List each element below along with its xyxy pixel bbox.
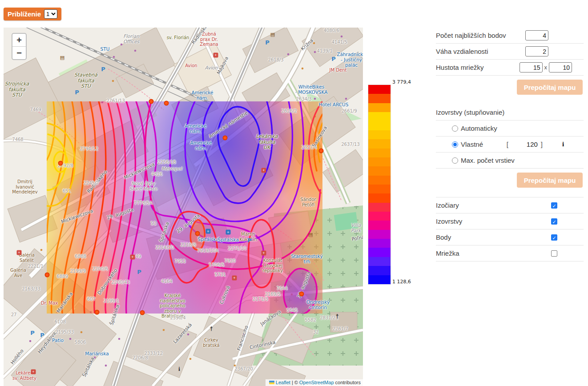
radio-row-max-po-et-vrstiev: Max. počet vrstiev [436, 153, 584, 169]
distance-weight-input[interactable] [525, 46, 548, 56]
map-label: 607 [87, 297, 95, 302]
checkbox-label: Izovrstvy [436, 217, 462, 225]
checkbox-mrie-ka[interactable] [551, 250, 557, 257]
map-label: Stavebná fakulta STU [74, 72, 97, 89]
map-label: Hotel ARCUS [319, 102, 349, 107]
map-label: 29. augusta [106, 207, 134, 221]
legend-band [368, 203, 391, 212]
radio-vlastn[interactable] [452, 141, 458, 148]
data-point-marker[interactable] [58, 161, 63, 166]
legend-max-label: 3 779,4 [392, 79, 411, 85]
legend-band [368, 103, 391, 112]
osm-link[interactable]: OpenStreetMap [299, 380, 334, 385]
map-label: 5731 [214, 272, 226, 277]
checkbox-izovrstvy[interactable]: ✓ [551, 218, 557, 225]
legend-band [368, 230, 391, 239]
map-canvas[interactable]: Stavebná fakulta STUStrojnícka fakulta S… [4, 28, 363, 386]
map-label: Florian Offices [123, 33, 139, 44]
legend-band [368, 139, 391, 148]
leaflet-link[interactable]: Leaflet [276, 380, 290, 385]
map-label: Heydukova [36, 330, 57, 354]
church-icon: † [209, 326, 213, 331]
nearest-points-input[interactable] [525, 30, 548, 40]
medical-icon: + [262, 251, 266, 256]
map-label: 2261/7 [332, 326, 348, 332]
book-icon: ▤ [270, 32, 275, 37]
settings-panel: Počet najbližších bodov Váha vzdialenost… [436, 28, 584, 261]
distance-weight-label: Váha vzdialenosti [436, 48, 488, 55]
map-label: 7644 [276, 286, 287, 291]
map-label: Patio [52, 338, 64, 343]
map-label: Ondrejský cintorín [306, 299, 330, 310]
map-label: 651 [62, 189, 71, 194]
map-label: 4826 [151, 172, 162, 177]
radio-label: Vlastné [461, 141, 483, 148]
map-label: 7953 [174, 259, 185, 264]
map-label: Americké námestie [208, 110, 248, 139]
map-label: Špitálska [158, 221, 170, 243]
map-label: 5806 [74, 340, 85, 345]
custom-levels-input[interactable] [508, 140, 539, 149]
radio-max-po-et-vrstiev[interactable] [452, 157, 458, 164]
map-label: Záhradnícka - Justičný palác [337, 52, 363, 68]
parking-icon: P [265, 40, 270, 45]
zoom-select[interactable]: 1 [44, 9, 57, 19]
radio-row-vlastn: Vlastné[]i [436, 137, 584, 153]
recalculate-map-button-1[interactable]: Prepočítaj mapu [517, 80, 583, 95]
map-label: Konzulát Litovskej republiky [262, 258, 283, 273]
nearest-points-label: Počet najbližších bodov [436, 32, 506, 39]
data-point-marker[interactable] [95, 310, 100, 315]
data-point-marker[interactable] [223, 136, 228, 141]
map-label: 2200/43 [111, 280, 130, 285]
map-label: 2206/8 [132, 355, 148, 361]
map-label: 2169/5 [265, 292, 280, 297]
legend-band [368, 112, 391, 121]
map-label: Cukrová [218, 285, 230, 305]
legend-band [368, 248, 391, 257]
data-point-marker[interactable] [45, 273, 50, 277]
map-label: Strojnícka fakulta STU [5, 81, 29, 98]
radio-group: AutomatickyVlastné[]iMax. počet vrstiev [436, 121, 584, 169]
map-label: 5645 [286, 308, 298, 313]
info-icon: i [178, 366, 180, 372]
radio-label: Max. počet vrstiev [461, 157, 515, 164]
map-label: 6888 [75, 254, 86, 259]
book-icon: ▤ [60, 55, 64, 60]
row-nearest-points: Počet najbližších bodov [436, 28, 584, 44]
data-point-marker[interactable] [140, 310, 145, 315]
parking-icon: P [137, 269, 141, 275]
map-label: 2761/13 [106, 98, 125, 104]
legend-band [368, 149, 391, 157]
checkbox-izo-iary[interactable]: ✓ [551, 202, 557, 209]
data-point-marker[interactable] [195, 231, 200, 236]
checkbox-row-mrie-ka: Mriežka [436, 245, 584, 261]
copyright-symbol: © [294, 380, 298, 385]
color-scale-legend: 3 779,4 1 128,6 [368, 79, 421, 288]
map-label: 7469 [30, 107, 41, 113]
map-label: 2637/13 [341, 142, 360, 147]
legend-band [368, 221, 391, 229]
medical-icon: + [232, 276, 237, 281]
radio-row-automaticky: Automaticky [436, 121, 584, 137]
map-label: 2218/8 [180, 242, 196, 248]
recalculate-map-button-2[interactable]: Prepočítaj mapu [517, 173, 583, 188]
map-label: 6108 [54, 319, 65, 325]
grid-times-label: x [544, 64, 548, 71]
radio-automaticky[interactable] [452, 125, 458, 132]
data-point-marker[interactable] [319, 149, 324, 153]
grid-y-input[interactable] [549, 62, 572, 72]
checkbox-body[interactable]: ✓ [551, 234, 557, 241]
info-icon[interactable]: i [543, 141, 584, 148]
zoom-in-button[interactable]: + [12, 34, 26, 47]
data-point-marker[interactable] [149, 99, 154, 104]
map-label: Sasinkova [311, 125, 328, 148]
data-point-marker[interactable] [164, 101, 169, 106]
map-label: Martin Kukučín [240, 232, 257, 242]
checkbox-row-izo-iary: Izočiary✓ [436, 197, 584, 213]
medical-icon: + [213, 53, 218, 58]
grid-x-input[interactable] [520, 62, 543, 72]
church-icon: † [335, 313, 338, 319]
zoom-out-button[interactable]: − [12, 47, 26, 59]
data-point-marker[interactable] [299, 292, 304, 297]
medical-icon: + [17, 250, 22, 255]
